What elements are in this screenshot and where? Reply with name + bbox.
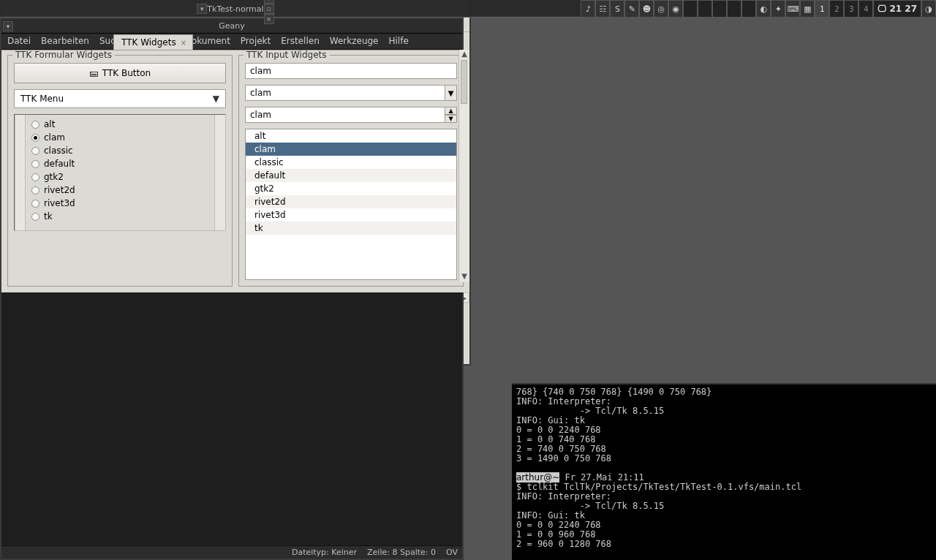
radio-default[interactable]: default [31, 159, 208, 169]
list-item[interactable]: rivet3d [246, 208, 456, 222]
window-menu-icon[interactable]: ▾ [197, 4, 207, 14]
tab-ttk-widgets[interactable]: TTK Widgets× [113, 34, 193, 50]
ttk-entry[interactable]: clam [245, 63, 457, 79]
tab-close-icon[interactable]: × [181, 39, 186, 47]
tray-icon[interactable]: ✦ [771, 0, 785, 18]
tray-icon[interactable]: ◎ [654, 0, 668, 18]
ttk-listbox[interactable]: altclamclassicdefaultgtk2rivet2drivet3dt… [245, 129, 457, 280]
tray-icon[interactable]: ☻ [639, 0, 654, 18]
list-item[interactable]: tk [246, 222, 456, 235]
menu-item[interactable]: Datei [7, 36, 31, 47]
radio-rivet3d[interactable]: rivet3d [31, 198, 208, 208]
terminal[interactable]: 768} {740 0 750 768} {1490 0 750 768} IN… [512, 383, 936, 560]
tray-icon[interactable]: ☷ [595, 0, 610, 18]
ttk-menubutton[interactable]: TTK Menu ▼ [14, 89, 226, 108]
spin-up-icon[interactable]: ▲ [445, 107, 457, 115]
clock[interactable]: 🖵21 27 [873, 0, 921, 18]
radio-dot-icon [31, 200, 39, 208]
radio-dot-icon [31, 134, 39, 142]
tktest-titlebar[interactable]: ▾ TkTest-normal ▾ ▫ × [1, 1, 469, 16]
ttk-button[interactable]: 🖴 TTK Button [14, 63, 226, 83]
menu-item[interactable]: Projekt [241, 36, 271, 47]
tray-spacer [712, 0, 727, 18]
menu-item[interactable]: Erstellen [281, 36, 320, 47]
chevron-down-icon: ▼ [213, 94, 219, 104]
menu-item[interactable]: Werkzeuge [330, 36, 379, 47]
radio-dot-icon [31, 173, 39, 181]
tray-icon[interactable]: ⌨ [785, 0, 800, 18]
tray-icon[interactable]: ✎ [624, 0, 639, 18]
status-position: Zeile: 8 Spalte: 0 [367, 548, 436, 557]
list-item[interactable]: default [246, 169, 456, 182]
tray-spacer [698, 0, 712, 18]
radio-tk[interactable]: tk [31, 211, 208, 222]
ttk-spinbox[interactable]: clam ▲ ▼ [245, 107, 457, 123]
spin-down-icon[interactable]: ▼ [445, 115, 457, 123]
geany-titlebar[interactable]: ▾ Geany [1, 19, 462, 34]
status-filetype: Dateityp: Keiner [292, 548, 357, 557]
maximize-icon[interactable]: ▫ [264, 4, 274, 14]
vertical-scrollbar[interactable]: ▲▼ [458, 50, 469, 282]
tray-icon[interactable]: ▦ [800, 0, 815, 18]
list-item[interactable]: clam [246, 143, 456, 156]
tray-icon[interactable]: ◉ [668, 0, 683, 18]
scrollbar-right[interactable] [214, 115, 225, 230]
radio-dot-icon [31, 121, 39, 129]
menu-item[interactable]: Bearbeiten [41, 36, 89, 47]
tray-icon[interactable]: ◐ [756, 0, 771, 18]
desktop-3[interactable]: 3 [844, 0, 858, 18]
system-tray: ♪ ☷ S ✎ ☻ ◎ ◉ ◐ ✦ ⌨ ▦ 1 2 3 4 🖵21 27 ◑ [581, 0, 936, 18]
radio-dot-icon [31, 147, 39, 155]
radio-alt[interactable]: alt [31, 119, 208, 129]
tray-icon[interactable]: S [610, 0, 624, 18]
tray-icon[interactable]: ◑ [921, 0, 936, 18]
ttk-combobox[interactable]: clam ▼ [245, 85, 457, 101]
desktop-1[interactable]: 1 [815, 0, 829, 18]
radio-rivet2d[interactable]: rivet2d [31, 185, 208, 195]
geany-menubar[interactable]: Datei Bearbeiten Suchen Ansicht Dokument… [1, 34, 462, 50]
group-legend: TTK Formular Widgets [12, 50, 115, 60]
status-ov: OV [446, 548, 458, 557]
geany-title: Geany [219, 21, 245, 31]
radio-classic[interactable]: classic [31, 145, 208, 156]
radio-clam[interactable]: clam [31, 132, 208, 143]
tray-icon[interactable]: ♪ [581, 0, 595, 18]
tray-spacer [683, 0, 698, 18]
list-item[interactable]: classic [246, 156, 456, 169]
tktest-title: TkTest-normal [207, 4, 263, 14]
close-icon[interactable]: × [264, 14, 274, 24]
tray-spacer [741, 0, 756, 18]
window-menu-icon[interactable]: ▾ [3, 21, 13, 31]
list-item[interactable]: rivet2d [246, 195, 456, 208]
combo-arrow-icon[interactable]: ▼ [445, 85, 457, 101]
mousepad-statusbar: Dateityp: Keiner Zeile: 8 Spalte: 0 OV [1, 545, 462, 559]
list-item[interactable]: alt [246, 129, 456, 143]
ttk-formular-widgets-group: TTK Formular Widgets 🖴 TTK Button TTK Me… [7, 55, 233, 287]
radio-gtk2[interactable]: gtk2 [31, 172, 208, 182]
menu-item[interactable]: Hilfe [389, 36, 409, 47]
tray-spacer [727, 0, 741, 18]
ttk-radio-panel: altclamclassicdefaultgtk2rivet2drivet3dt… [14, 114, 226, 231]
desktop-4[interactable]: 4 [858, 0, 873, 18]
ttk-input-widgets-group: TTK Input Widgets clam clam ▼ clam ▲ ▼ a… [238, 55, 464, 287]
desktop-2[interactable]: 2 [829, 0, 844, 18]
radio-dot-icon [31, 186, 39, 194]
group-legend: TTK Input Widgets [244, 50, 330, 60]
list-item[interactable]: gtk2 [246, 182, 456, 195]
radio-dot-icon [31, 160, 39, 168]
radio-dot-icon [31, 213, 39, 221]
button-icon: 🖴 [89, 68, 98, 78]
scrollbar-left[interactable] [15, 115, 26, 230]
